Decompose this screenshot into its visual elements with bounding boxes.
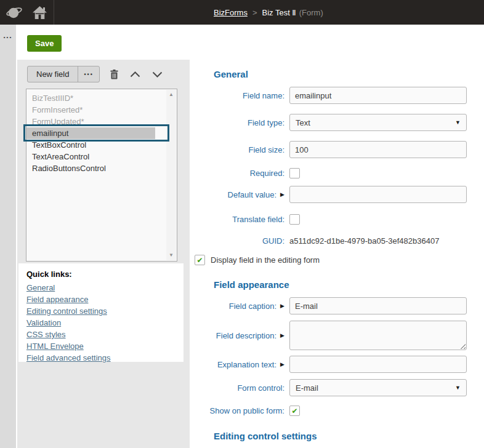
breadcrumb-bizforms-link[interactable]: BizForms: [214, 8, 248, 17]
more-menu-button[interactable]: •••: [0, 34, 16, 40]
trash-icon: [110, 70, 118, 79]
scroll-down-icon[interactable]: ▼: [169, 253, 174, 258]
quick-link-field-advanced-settings[interactable]: Field advanced settings: [26, 352, 184, 364]
field-type-select[interactable]: Text ▼: [289, 114, 467, 131]
field-list-item[interactable]: BizTestIIID*: [26, 92, 166, 104]
translate-field-checkbox[interactable]: [289, 214, 300, 225]
explanation-text-row: Explanation text: ▶: [195, 356, 478, 373]
chevron-down-icon: [152, 71, 163, 78]
field-editor-form: General Field name: Field type: Text ▼ F…: [195, 64, 478, 441]
field-caption-expand-icon[interactable]: ▶: [280, 303, 284, 309]
translate-field-label: Translate field:: [195, 215, 284, 224]
quick-link-editing-control-settings[interactable]: Editing control settings: [26, 305, 184, 317]
default-value-label: Default value: ▶: [195, 190, 284, 199]
quick-link-validation[interactable]: Validation: [26, 317, 184, 329]
field-size-row: Field size:: [195, 141, 478, 158]
explanation-text-input[interactable]: [289, 356, 467, 373]
field-list-item[interactable]: FormInserted*: [26, 104, 166, 116]
breadcrumb-separator-icon: >: [252, 8, 257, 17]
explanation-text-label: Explanation text: ▶: [195, 360, 284, 369]
field-size-input[interactable]: [289, 141, 467, 158]
form-control-label: Form control:: [195, 383, 284, 393]
required-row: Required:: [195, 168, 478, 178]
explanation-text-label-text: Explanation text:: [217, 360, 276, 369]
quick-link-field-appearance[interactable]: Field appearance: [26, 294, 184, 305]
translate-field-row: Translate field:: [195, 214, 478, 225]
field-size-label: Field size:: [195, 145, 284, 154]
field-description-textarea[interactable]: [289, 321, 467, 350]
display-field-checkbox[interactable]: ✔: [195, 255, 205, 265]
guid-label: GUID:: [195, 236, 284, 246]
scroll-up-icon[interactable]: ▲: [169, 92, 174, 97]
topbar-divider: [54, 0, 54, 25]
quick-link-general[interactable]: General: [26, 282, 184, 294]
select-dropdown-icon: ▼: [455, 385, 461, 391]
explanation-text-expand-icon[interactable]: ▶: [280, 362, 284, 367]
field-list-item-selected[interactable]: emailinput: [26, 127, 155, 139]
delete-field-button[interactable]: [109, 68, 119, 81]
collapsed-side-strip: •••: [0, 25, 16, 448]
breadcrumb-current: Biz Test Ⅱ: [262, 8, 296, 17]
guid-value: a511dc92-d1be-4979-ba05-3ef482b36407: [289, 236, 439, 246]
field-description-label-text: Field description:: [216, 331, 276, 340]
field-list-item[interactable]: TextBoxControl: [26, 139, 166, 151]
field-caption-input[interactable]: [289, 297, 467, 314]
quick-link-css-styles[interactable]: CSS styles: [26, 329, 184, 340]
breadcrumb-object-type: (Form): [299, 8, 323, 17]
field-list-item[interactable]: RadioButtonsControl: [26, 162, 166, 174]
field-caption-label: Field caption: ▶: [195, 302, 284, 311]
section-heading-general: General: [214, 69, 478, 79]
display-field-label: Display field in the editing form: [211, 255, 320, 265]
field-type-selected-value: Text: [296, 118, 310, 127]
app-logo-icon[interactable]: [5, 4, 23, 21]
quick-links-panel: Quick links: General Field appearance Ed…: [18, 263, 184, 362]
field-list-item[interactable]: TextAreaControl: [26, 151, 166, 162]
required-checkbox[interactable]: [289, 168, 300, 178]
chevron-up-icon: [130, 71, 140, 78]
move-field-up-button[interactable]: [129, 70, 142, 79]
field-description-label: Field description: ▶: [195, 331, 284, 340]
field-type-row: Field type: Text ▼: [195, 114, 478, 131]
default-value-input[interactable]: [289, 186, 467, 203]
field-name-input[interactable]: [289, 87, 467, 104]
quick-link-html-envelope[interactable]: HTML Envelope: [26, 340, 184, 352]
section-heading-field-appearance: Field appearance: [214, 279, 478, 290]
breadcrumb: BizForms > Biz Test Ⅱ (Form): [214, 0, 323, 25]
field-description-row: Field description: ▶: [195, 321, 478, 350]
new-field-more-button[interactable]: •••: [78, 66, 99, 82]
field-description-textarea-wrap: [289, 321, 467, 350]
home-icon[interactable]: [31, 5, 48, 20]
field-name-label: Field name:: [195, 91, 284, 100]
list-scrollbar[interactable]: ▲ ▼: [166, 90, 176, 260]
new-field-split-button: New field •••: [27, 66, 100, 82]
form-control-select[interactable]: E-mail ▼: [289, 379, 467, 396]
form-control-selected-value: E-mail: [296, 383, 318, 393]
fields-panel: New field •••: [17, 60, 190, 448]
show-on-public-checkbox[interactable]: ✔: [289, 406, 300, 416]
default-value-label-text: Default value:: [228, 190, 277, 199]
check-icon: ✔: [291, 407, 297, 415]
display-field-row: ✔ Display field in the editing form: [195, 255, 478, 265]
field-name-row: Field name:: [195, 87, 478, 104]
show-on-public-row: Show on public form: ✔: [195, 406, 478, 416]
top-bar: BizForms > Biz Test Ⅱ (Form): [0, 0, 484, 25]
check-icon: ✔: [196, 257, 203, 264]
field-description-expand-icon[interactable]: ▶: [280, 333, 284, 338]
form-control-row: Form control: E-mail ▼: [195, 379, 478, 396]
field-list-item[interactable]: FormUpdated*: [26, 116, 166, 127]
move-field-down-button[interactable]: [151, 70, 164, 79]
default-value-expand-icon[interactable]: ▶: [280, 192, 284, 198]
quick-links-title: Quick links:: [26, 270, 184, 279]
field-caption-row: Field caption: ▶: [195, 297, 478, 314]
show-on-public-label: Show on public form:: [195, 406, 284, 415]
save-button[interactable]: Save: [27, 35, 62, 52]
field-list: BizTestIIID* FormInserted* FormUpdated* …: [26, 92, 166, 174]
fields-toolbar: New field •••: [27, 66, 164, 82]
select-dropdown-icon: ▼: [455, 119, 461, 126]
field-type-label: Field type:: [195, 118, 284, 127]
default-value-row: Default value: ▶: [195, 186, 478, 203]
app-screen: BizForms > Biz Test Ⅱ (Form) ••• Save Ne…: [0, 0, 484, 448]
field-listbox[interactable]: BizTestIIID* FormInserted* FormUpdated* …: [26, 89, 177, 262]
required-label: Required:: [195, 169, 284, 178]
new-field-button[interactable]: New field: [28, 66, 78, 82]
